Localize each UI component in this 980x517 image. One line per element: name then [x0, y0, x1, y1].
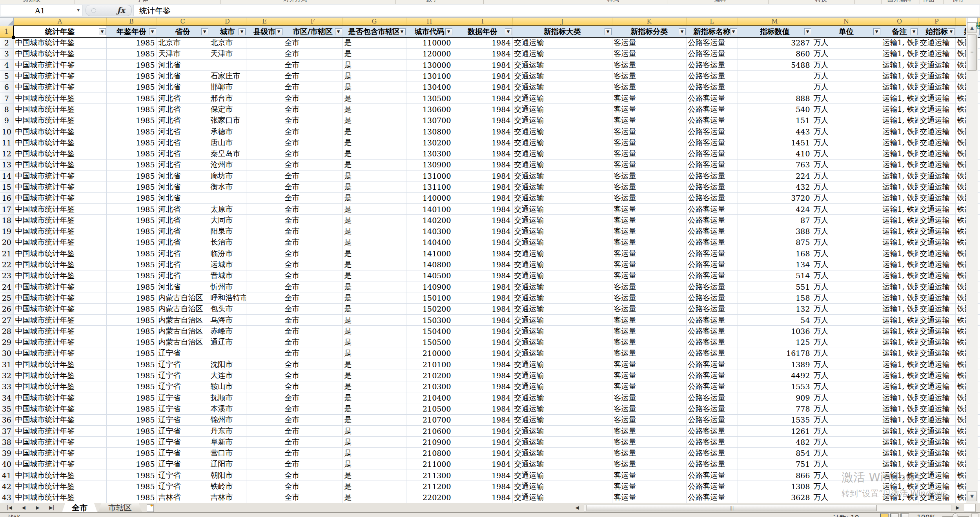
cell[interactable]: 1985	[106, 159, 157, 170]
cell[interactable]: 公路客运量	[686, 481, 738, 492]
row-header[interactable]: 35	[0, 403, 13, 414]
cell[interactable]: 1553	[738, 381, 812, 392]
cell[interactable]: 客运量	[612, 448, 686, 459]
cell[interactable]	[246, 171, 283, 181]
cell[interactable]: 1985	[106, 292, 157, 303]
cell[interactable]: 中国城市统计年鉴	[13, 314, 106, 325]
cell[interactable]: 客运量	[612, 71, 686, 82]
cell[interactable]: 1984	[453, 215, 512, 226]
cell[interactable]: 客运量	[612, 37, 686, 48]
cell[interactable]: 交通运输	[512, 48, 612, 59]
cell[interactable]: 河北省	[157, 248, 209, 259]
cell[interactable]: 交通运输	[512, 303, 612, 314]
row-header[interactable]: 21	[0, 248, 13, 259]
filter-dropdown-icon[interactable]: ▼	[201, 28, 208, 35]
cell[interactable]: 公路客运量	[686, 203, 738, 214]
cell[interactable]: 运输1, 铁路	[881, 337, 918, 348]
cell[interactable]: 140800	[406, 259, 453, 270]
row-header[interactable]: 4	[0, 60, 13, 71]
cell[interactable]: 万人	[812, 93, 881, 103]
row-header[interactable]: 5	[0, 71, 13, 82]
cell[interactable]: 中国城市统计年鉴	[13, 403, 106, 414]
cell[interactable]	[246, 93, 283, 103]
page-break-view-button[interactable]	[900, 513, 909, 517]
name-box-dropdown-icon[interactable]: ▾	[77, 7, 80, 13]
cell[interactable]: 运输1, 铁路	[881, 281, 918, 292]
cell[interactable]: 公路客运量	[686, 248, 738, 259]
cell[interactable]: 交通运输	[918, 126, 955, 137]
filter-header-cell[interactable]: 是否包含市辖区▼	[342, 26, 406, 37]
cell[interactable]: 是	[342, 82, 406, 93]
cell[interactable]	[246, 437, 283, 448]
cell[interactable]: 客运量	[612, 337, 686, 348]
cell[interactable]: 交通运输	[512, 492, 612, 503]
cell[interactable]: 万人	[812, 82, 881, 93]
filter-dropdown-icon[interactable]: ▼	[873, 28, 880, 35]
cell[interactable]: 运输1, 铁路	[881, 215, 918, 226]
cell[interactable]: 万人	[812, 281, 881, 292]
cell[interactable]: 运输1, 铁路	[881, 392, 918, 403]
cell[interactable]: 中国城市统计年鉴	[13, 115, 106, 126]
cell[interactable]: 是	[342, 348, 406, 359]
filter-header-cell[interactable]: 县级市▼	[246, 26, 283, 37]
cell[interactable]: 是	[342, 470, 406, 481]
cell[interactable]: 1985	[106, 359, 157, 370]
cell[interactable]: 130300	[406, 148, 453, 159]
cell[interactable]: 北京市	[157, 37, 209, 48]
cell[interactable]: 1985	[106, 48, 157, 59]
cell[interactable]: 854	[738, 448, 812, 459]
cell[interactable]: 1984	[453, 459, 512, 470]
column-header-A[interactable]: A	[13, 17, 106, 26]
cell[interactable]: 是	[342, 115, 406, 126]
cell[interactable]	[246, 148, 283, 159]
cell[interactable]: 廊坊市	[209, 171, 246, 181]
cell[interactable]: 1985	[106, 270, 157, 281]
cell[interactable]: 公路客运量	[686, 37, 738, 48]
cell[interactable]: 全市	[283, 259, 342, 270]
row-header[interactable]: 26	[0, 303, 13, 314]
cell[interactable]: 888	[738, 93, 812, 103]
cell[interactable]: 150200	[406, 303, 453, 314]
tab-split-box[interactable]	[964, 504, 976, 512]
cell[interactable]: 运输1, 铁路	[881, 326, 918, 337]
cell[interactable]: 公路客运量	[686, 326, 738, 337]
cell[interactable]: 全市	[283, 414, 342, 425]
cell[interactable]: 1985	[106, 215, 157, 226]
cell[interactable]: 交通运输	[512, 93, 612, 103]
sheet-tab-active[interactable]: 全市	[62, 503, 97, 512]
cell[interactable]: 交通运输	[918, 148, 955, 159]
cell[interactable]: 1984	[453, 137, 512, 148]
cell[interactable]: 是	[342, 303, 406, 314]
cell[interactable]: 全市	[283, 359, 342, 370]
column-header-J[interactable]: J	[512, 17, 612, 26]
cell[interactable]: 万人	[812, 348, 881, 359]
cell[interactable]: 210700	[406, 414, 453, 425]
cell[interactable]: 万人	[812, 425, 881, 436]
cell[interactable]: 公路客运量	[686, 392, 738, 403]
cell[interactable]: 朝阳市	[209, 470, 246, 481]
cell[interactable]: 交通运输	[512, 348, 612, 359]
cell[interactable]: 1984	[453, 437, 512, 448]
cell[interactable]: 客运量	[612, 181, 686, 192]
cell[interactable]: 1985	[106, 448, 157, 459]
row-header[interactable]: 3	[0, 48, 13, 59]
filter-header-cell[interactable]: 数据年份▼	[453, 26, 512, 37]
cell[interactable]: 客运量	[612, 93, 686, 103]
filter-dropdown-icon[interactable]: ▼	[239, 28, 246, 35]
cell[interactable]	[246, 459, 283, 470]
cell[interactable]: 1985	[106, 392, 157, 403]
cell[interactable]: 168	[738, 248, 812, 259]
filter-dropdown-icon[interactable]: ▼	[445, 28, 452, 35]
cell[interactable]	[246, 115, 283, 126]
filter-header-cell[interactable]: 市区/市辖区▼	[283, 26, 342, 37]
cell[interactable]: 4492	[738, 370, 812, 381]
cell[interactable]: 中国城市统计年鉴	[13, 93, 106, 103]
cell[interactable]: 是	[342, 71, 406, 82]
cell[interactable]: 全市	[283, 215, 342, 226]
cell[interactable]: 客运量	[612, 60, 686, 71]
cell[interactable]: 客运量	[612, 348, 686, 359]
cell[interactable]: 运输1, 铁路	[881, 448, 918, 459]
cell[interactable]: 太原市	[209, 203, 246, 214]
cell[interactable]: 公路客运量	[686, 459, 738, 470]
column-header-E[interactable]: E	[246, 17, 283, 26]
